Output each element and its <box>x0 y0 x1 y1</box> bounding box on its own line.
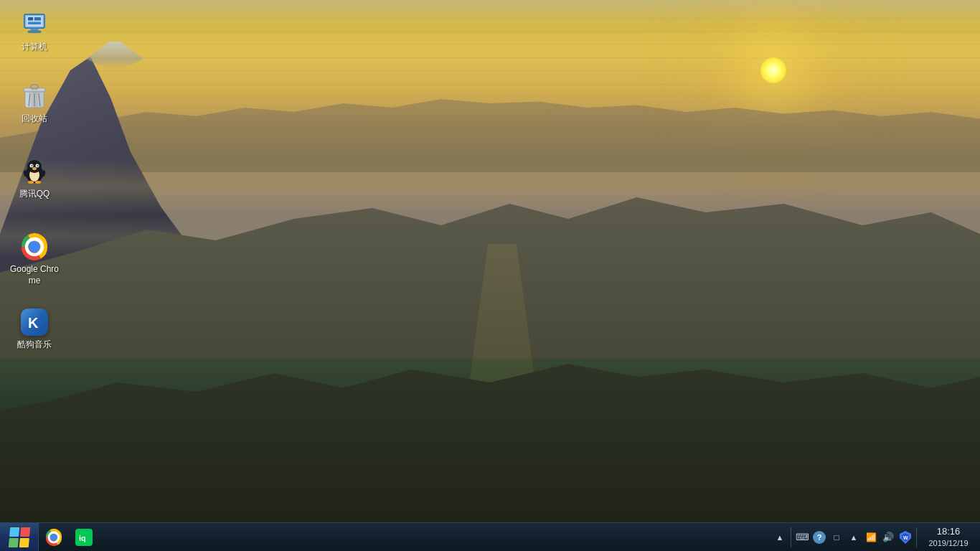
kugou-label: 酷狗音乐 <box>17 339 52 351</box>
expand-icon: ▲ <box>850 533 858 542</box>
tray-separator-1 <box>791 527 791 547</box>
win-pane-blue <box>9 527 19 537</box>
mist-layer-1 <box>0 158 980 215</box>
keyboard-icon: ⌨ <box>796 532 809 542</box>
windows-logo <box>8 527 29 547</box>
recycle-icon-image <box>20 82 49 110</box>
svg-rect-2 <box>31 28 39 31</box>
clock-button[interactable]: 18:16 2019/12/19 <box>920 523 977 552</box>
chevron-up-icon: ▲ <box>776 533 784 542</box>
tray-keyboard-button[interactable]: ⌨ <box>794 523 810 552</box>
clock-date: 2019/12/19 <box>928 538 968 548</box>
tray-display-button[interactable]: □ <box>829 523 844 552</box>
svg-point-16 <box>27 160 42 173</box>
taskbar-iqiyi-icon: iq <box>75 529 93 546</box>
svg-point-32 <box>50 534 57 541</box>
tray-separator-2 <box>916 527 917 547</box>
svg-text:K: K <box>28 315 39 331</box>
taskbar-chrome-icon <box>45 529 62 546</box>
svg-rect-6 <box>34 17 41 21</box>
shield-icon: W <box>900 531 911 544</box>
network-icon: 📶 <box>866 532 877 542</box>
taskbar-iqiyi-button[interactable]: iq <box>70 523 98 552</box>
iqiyi-svg: iq <box>77 530 91 545</box>
kugou-icon-image: K <box>20 308 49 336</box>
kugou-icon-shape: K <box>21 309 48 336</box>
taskbar-chrome-button[interactable] <box>39 523 68 552</box>
clock-time: 18:16 <box>937 526 961 538</box>
computer-icon-image <box>20 10 49 39</box>
sun <box>760 57 786 83</box>
svg-rect-3 <box>28 31 41 33</box>
display-icon: □ <box>834 532 839 542</box>
tray-network-button[interactable]: 📶 <box>863 523 879 552</box>
svg-text:W: W <box>903 535 908 540</box>
svg-point-22 <box>28 181 34 184</box>
chrome-svg <box>21 233 48 260</box>
chrome-label: Google Chrome <box>9 264 60 286</box>
desktop-icon-kugou[interactable]: K 酷狗音乐 <box>6 305 63 354</box>
desktop: 计算机 <box>0 0 980 551</box>
desktop-icon-qq[interactable]: 腾讯QQ <box>6 154 63 203</box>
taskbar: iq ▲ ⌨ ? □ ▲ 📶 🔊 <box>0 522 980 551</box>
recycle-label: 回收站 <box>22 113 47 125</box>
win-pane-red <box>20 527 30 537</box>
tray-expand-button[interactable]: ▲ <box>846 523 862 552</box>
win-pane-yellow <box>19 538 29 547</box>
kugou-k-svg: K <box>26 314 43 331</box>
help-icon: ? <box>813 531 826 544</box>
desktop-icon-computer[interactable]: 计算机 <box>6 7 63 56</box>
computer-svg <box>22 11 47 37</box>
chrome-icon-image <box>20 232 49 261</box>
start-button[interactable] <box>0 523 39 552</box>
svg-rect-7 <box>28 22 41 24</box>
system-tray: ▲ ⌨ ? □ ▲ 📶 🔊 <box>772 523 980 552</box>
desktop-icon-recycle[interactable]: 回收站 <box>6 79 63 128</box>
svg-text:iq: iq <box>79 534 86 542</box>
computer-label: 计算机 <box>22 42 47 53</box>
qq-svg <box>21 158 48 185</box>
win-pane-green <box>8 538 18 547</box>
desktop-icon-chrome[interactable]: Google Chrome <box>6 230 63 289</box>
tray-show-hidden-button[interactable]: ▲ <box>772 523 788 552</box>
qq-icon-image <box>20 157 49 186</box>
qq-label: 腾讯QQ <box>19 189 50 200</box>
tray-sound-button[interactable]: 🔊 <box>880 523 896 552</box>
sound-icon: 🔊 <box>882 532 894 542</box>
svg-rect-5 <box>28 17 33 21</box>
svg-point-21 <box>32 167 37 170</box>
svg-point-28 <box>29 241 40 253</box>
svg-point-23 <box>35 181 41 184</box>
recycle-svg <box>22 82 47 110</box>
svg-point-19 <box>31 165 32 166</box>
tray-security-button[interactable]: W <box>897 523 913 552</box>
tray-help-button[interactable]: ? <box>811 523 827 552</box>
svg-point-20 <box>37 165 38 166</box>
